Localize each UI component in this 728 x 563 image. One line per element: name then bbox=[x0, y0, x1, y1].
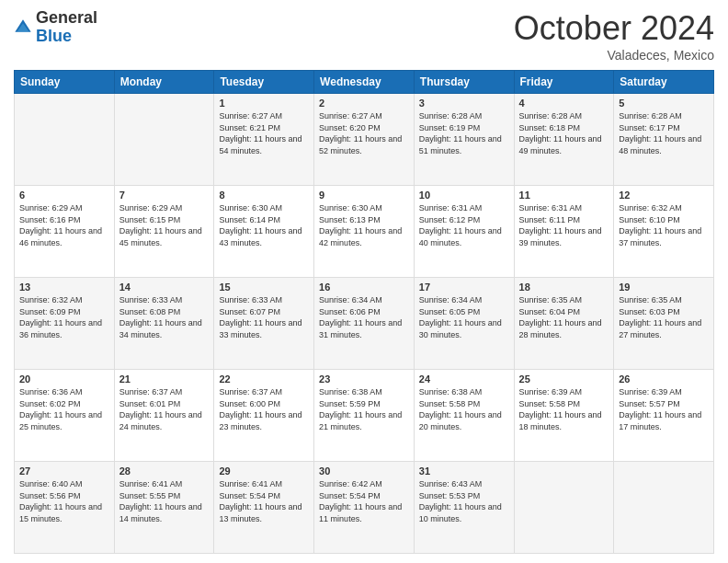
day-number: 23 bbox=[319, 373, 409, 385]
cell-1-4: 2Sunrise: 6:27 AMSunset: 6:20 PMDaylight… bbox=[314, 94, 415, 186]
day-number: 10 bbox=[419, 190, 509, 201]
cell-5-7 bbox=[614, 462, 714, 554]
logo-text: General Blue bbox=[36, 9, 97, 46]
cell-content: Sunrise: 6:31 AMSunset: 6:11 PMDaylight:… bbox=[519, 202, 609, 248]
cell-4-4: 23Sunrise: 6:38 AMSunset: 5:59 PMDayligh… bbox=[314, 370, 415, 462]
cell-2-4: 9Sunrise: 6:30 AMSunset: 6:13 PMDaylight… bbox=[314, 186, 415, 278]
cell-5-1: 27Sunrise: 6:40 AMSunset: 5:56 PMDayligh… bbox=[15, 462, 115, 554]
cell-5-4: 30Sunrise: 6:42 AMSunset: 5:54 PMDayligh… bbox=[314, 462, 415, 554]
day-number: 2 bbox=[319, 98, 409, 109]
day-number: 20 bbox=[19, 373, 109, 385]
cell-3-3: 15Sunrise: 6:33 AMSunset: 6:07 PMDayligh… bbox=[214, 278, 314, 370]
cell-3-2: 14Sunrise: 6:33 AMSunset: 6:08 PMDayligh… bbox=[114, 278, 214, 370]
cell-2-7: 12Sunrise: 6:32 AMSunset: 6:10 PMDayligh… bbox=[614, 186, 714, 278]
cell-content: Sunrise: 6:28 AMSunset: 6:18 PMDaylight:… bbox=[519, 110, 609, 156]
location: Valadeces, Mexico bbox=[514, 48, 714, 63]
day-number: 4 bbox=[519, 98, 609, 109]
header-monday: Monday bbox=[114, 71, 214, 94]
day-number: 13 bbox=[19, 282, 109, 293]
header-thursday: Thursday bbox=[414, 71, 514, 94]
day-number: 3 bbox=[419, 98, 509, 109]
month-title: October 2024 bbox=[514, 9, 714, 48]
cell-5-6 bbox=[514, 462, 614, 554]
day-number: 15 bbox=[219, 282, 309, 293]
header: General Blue October 2024 Valadeces, Mex… bbox=[14, 9, 714, 63]
day-number: 5 bbox=[619, 98, 709, 109]
cell-content: Sunrise: 6:35 AMSunset: 6:04 PMDaylight:… bbox=[519, 294, 609, 340]
day-number: 17 bbox=[419, 282, 509, 293]
cell-2-1: 6Sunrise: 6:29 AMSunset: 6:16 PMDaylight… bbox=[15, 186, 115, 278]
cell-1-7: 5Sunrise: 6:28 AMSunset: 6:17 PMDaylight… bbox=[614, 94, 714, 186]
cell-1-6: 4Sunrise: 6:28 AMSunset: 6:18 PMDaylight… bbox=[514, 94, 614, 186]
day-number: 22 bbox=[219, 373, 309, 385]
cell-1-3: 1Sunrise: 6:27 AMSunset: 6:21 PMDaylight… bbox=[214, 94, 314, 186]
day-number: 6 bbox=[19, 190, 109, 201]
cell-4-1: 20Sunrise: 6:36 AMSunset: 6:02 PMDayligh… bbox=[15, 370, 115, 462]
header-saturday: Saturday bbox=[614, 71, 714, 94]
cell-4-6: 25Sunrise: 6:39 AMSunset: 5:58 PMDayligh… bbox=[514, 370, 614, 462]
day-number: 12 bbox=[619, 190, 709, 201]
day-number: 14 bbox=[119, 282, 210, 293]
cell-content: Sunrise: 6:34 AMSunset: 6:06 PMDaylight:… bbox=[319, 294, 409, 340]
cell-content: Sunrise: 6:27 AMSunset: 6:20 PMDaylight:… bbox=[319, 110, 409, 156]
day-number: 25 bbox=[519, 373, 609, 385]
cell-1-1 bbox=[15, 94, 115, 186]
cell-content: Sunrise: 6:33 AMSunset: 6:07 PMDaylight:… bbox=[219, 294, 309, 340]
cell-content: Sunrise: 6:30 AMSunset: 6:14 PMDaylight:… bbox=[219, 202, 309, 248]
cell-4-5: 24Sunrise: 6:38 AMSunset: 5:58 PMDayligh… bbox=[414, 370, 514, 462]
day-number: 7 bbox=[119, 190, 210, 201]
cell-content: Sunrise: 6:29 AMSunset: 6:16 PMDaylight:… bbox=[19, 202, 109, 248]
cell-content: Sunrise: 6:32 AMSunset: 6:10 PMDaylight:… bbox=[619, 202, 709, 248]
day-number: 31 bbox=[419, 465, 509, 477]
day-number: 21 bbox=[119, 373, 210, 385]
cell-content: Sunrise: 6:32 AMSunset: 6:09 PMDaylight:… bbox=[19, 294, 109, 340]
cell-content: Sunrise: 6:27 AMSunset: 6:21 PMDaylight:… bbox=[219, 110, 309, 156]
day-number: 28 bbox=[119, 465, 210, 477]
cell-content: Sunrise: 6:39 AMSunset: 5:57 PMDaylight:… bbox=[619, 386, 709, 432]
cell-1-2 bbox=[114, 94, 214, 186]
day-number: 9 bbox=[319, 190, 409, 201]
day-number: 18 bbox=[519, 282, 609, 293]
header-friday: Friday bbox=[514, 71, 614, 94]
logo-blue-text: Blue bbox=[36, 27, 72, 45]
week-row-2: 6Sunrise: 6:29 AMSunset: 6:16 PMDaylight… bbox=[15, 186, 714, 278]
cell-content: Sunrise: 6:41 AMSunset: 5:54 PMDaylight:… bbox=[219, 478, 309, 524]
cell-3-1: 13Sunrise: 6:32 AMSunset: 6:09 PMDayligh… bbox=[15, 278, 115, 370]
cell-content: Sunrise: 6:38 AMSunset: 5:59 PMDaylight:… bbox=[319, 386, 409, 432]
week-row-3: 13Sunrise: 6:32 AMSunset: 6:09 PMDayligh… bbox=[15, 278, 714, 370]
cell-1-5: 3Sunrise: 6:28 AMSunset: 6:19 PMDaylight… bbox=[414, 94, 514, 186]
week-row-5: 27Sunrise: 6:40 AMSunset: 5:56 PMDayligh… bbox=[15, 462, 714, 554]
day-number: 30 bbox=[319, 465, 409, 477]
cell-3-7: 19Sunrise: 6:35 AMSunset: 6:03 PMDayligh… bbox=[614, 278, 714, 370]
day-number: 16 bbox=[319, 282, 409, 293]
day-number: 24 bbox=[419, 373, 509, 385]
cell-content: Sunrise: 6:39 AMSunset: 5:58 PMDaylight:… bbox=[519, 386, 609, 432]
day-number: 19 bbox=[619, 282, 709, 293]
cell-3-5: 17Sunrise: 6:34 AMSunset: 6:05 PMDayligh… bbox=[414, 278, 514, 370]
logo-general-text: General bbox=[36, 8, 97, 27]
cell-content: Sunrise: 6:33 AMSunset: 6:08 PMDaylight:… bbox=[119, 294, 210, 340]
page: General Blue October 2024 Valadeces, Mex… bbox=[0, 0, 728, 563]
cell-content: Sunrise: 6:37 AMSunset: 6:01 PMDaylight:… bbox=[119, 386, 210, 432]
cell-5-5: 31Sunrise: 6:43 AMSunset: 5:53 PMDayligh… bbox=[414, 462, 514, 554]
header-wednesday: Wednesday bbox=[314, 71, 415, 94]
cell-3-6: 18Sunrise: 6:35 AMSunset: 6:04 PMDayligh… bbox=[514, 278, 614, 370]
cell-content: Sunrise: 6:43 AMSunset: 5:53 PMDaylight:… bbox=[419, 478, 509, 524]
day-number: 27 bbox=[19, 465, 109, 477]
title-block: October 2024 Valadeces, Mexico bbox=[514, 9, 714, 63]
cell-4-2: 21Sunrise: 6:37 AMSunset: 6:01 PMDayligh… bbox=[114, 370, 214, 462]
weekday-header-row: Sunday Monday Tuesday Wednesday Thursday… bbox=[15, 71, 714, 94]
calendar-table: Sunday Monday Tuesday Wednesday Thursday… bbox=[14, 70, 714, 554]
cell-content: Sunrise: 6:35 AMSunset: 6:03 PMDaylight:… bbox=[619, 294, 709, 340]
day-number: 11 bbox=[519, 190, 609, 201]
cell-content: Sunrise: 6:41 AMSunset: 5:55 PMDaylight:… bbox=[119, 478, 210, 524]
cell-5-2: 28Sunrise: 6:41 AMSunset: 5:55 PMDayligh… bbox=[114, 462, 214, 554]
cell-4-3: 22Sunrise: 6:37 AMSunset: 6:00 PMDayligh… bbox=[214, 370, 314, 462]
cell-content: Sunrise: 6:36 AMSunset: 6:02 PMDaylight:… bbox=[19, 386, 109, 432]
header-sunday: Sunday bbox=[15, 71, 115, 94]
day-number: 29 bbox=[219, 465, 309, 477]
week-row-4: 20Sunrise: 6:36 AMSunset: 6:02 PMDayligh… bbox=[15, 370, 714, 462]
logo-icon bbox=[14, 18, 32, 37]
header-tuesday: Tuesday bbox=[214, 71, 314, 94]
week-row-1: 1Sunrise: 6:27 AMSunset: 6:21 PMDaylight… bbox=[15, 94, 714, 186]
